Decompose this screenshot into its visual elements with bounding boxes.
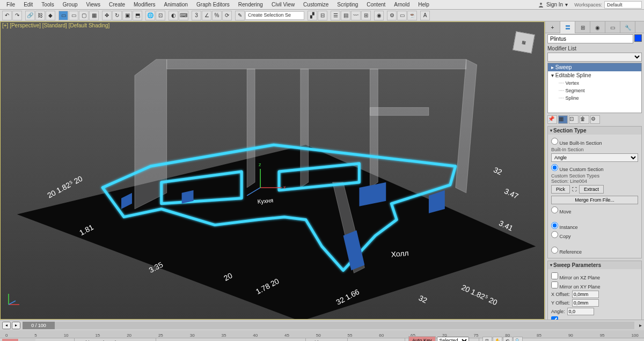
angle-snap-button[interactable]: ∠ (202, 11, 211, 20)
nav-pan-button[interactable]: ✋ (493, 337, 502, 342)
radio-custom[interactable]: Use Custom Section (551, 164, 638, 172)
radio-reference[interactable]: Reference (551, 247, 638, 255)
tab-modify[interactable] (560, 21, 575, 33)
object-color-swatch[interactable] (634, 34, 642, 42)
move-button[interactable]: ✥ (102, 11, 112, 20)
tab-hierarchy[interactable]: ⊞ (575, 21, 590, 33)
scroll-right-icon[interactable]: ▸ (636, 322, 644, 328)
menu-civilview[interactable]: Civil View (267, 1, 299, 9)
merge-file-button[interactable]: Merge From File... (551, 196, 638, 204)
modifier-stack[interactable]: Sweep Editable Spline Vertex Segment Spl… (547, 63, 642, 113)
menu-scripting[interactable]: Scripting (333, 1, 362, 9)
select-button[interactable]: ▭ (58, 11, 68, 20)
menu-group[interactable]: Group (58, 1, 82, 9)
placement-button[interactable]: ⬒ (133, 11, 142, 20)
next-key-button[interactable]: ▸ (12, 322, 20, 329)
viewport-label[interactable]: [+] [Perspective] [Standard] [Default Sh… (2, 23, 109, 28)
menu-create[interactable]: Create (105, 1, 129, 9)
time-slider[interactable]: ◂ ▸ 0 / 100 ▸ (0, 320, 644, 330)
schematic-view-button[interactable]: ⊞ (361, 11, 371, 20)
menu-edit[interactable]: Edit (19, 1, 37, 9)
keyboard-button[interactable]: ⌨ (179, 11, 188, 20)
select-region-button[interactable]: ▢ (79, 11, 89, 20)
layer-explorer-button[interactable]: ☰ (331, 11, 340, 20)
menu-animation[interactable]: Animation (160, 1, 192, 9)
viewcube[interactable]: ▦ (513, 31, 535, 54)
select-name-button[interactable]: ▭ (69, 11, 78, 20)
tab-utilities[interactable]: 🔧 (620, 21, 635, 33)
isolate-button[interactable]: ⊡ (482, 337, 492, 342)
toggle-ribbon-button[interactable]: ▤ (341, 11, 350, 20)
menu-views[interactable]: Views (82, 1, 105, 9)
scale-button[interactable]: ▣ (122, 11, 132, 20)
menu-content[interactable]: Content (362, 1, 390, 9)
mirror-button[interactable]: ▞ (308, 11, 317, 20)
menu-help[interactable]: Help (414, 1, 434, 9)
pin-stack-button[interactable]: 📌 (547, 115, 557, 124)
radio-builtin[interactable]: Use Built-In Section (551, 138, 638, 146)
snap-toggle-button[interactable]: 3 (192, 11, 201, 20)
menu-grapheditors[interactable]: Graph Editors (192, 1, 234, 9)
angle-spinner[interactable] (567, 308, 594, 315)
tab-display[interactable]: ▭ (605, 21, 620, 33)
check-mirror-xy[interactable]: Mirror on XY Plane (551, 281, 638, 290)
refcoord-button[interactable]: 🌐 (145, 11, 155, 20)
track-key-grey[interactable] (19, 339, 35, 341)
edit-selection-button[interactable]: ✎ (235, 11, 245, 20)
radio-move[interactable]: Move (551, 206, 638, 214)
material-editor-button[interactable]: ◉ (374, 11, 384, 20)
menu-tools[interactable]: Tools (37, 1, 58, 9)
render-button[interactable]: ☕ (407, 11, 417, 20)
stack-spline[interactable]: Spline (548, 94, 641, 102)
menu-rendering[interactable]: Rendering (234, 1, 267, 9)
check-mirror-xz[interactable]: Mirror on XZ Plane (551, 272, 638, 280)
make-unique-button[interactable]: ⊡ (569, 115, 579, 124)
undo-button[interactable]: ↶ (2, 11, 12, 20)
check-smooth-section[interactable]: Smooth Section (551, 316, 638, 320)
rotate-button[interactable]: ↻ (112, 11, 122, 20)
modifier-list-dropdown[interactable] (547, 53, 642, 62)
nav-zoom-button[interactable]: 🔍 (513, 337, 523, 342)
configure-sets-button[interactable]: ⚙ (590, 115, 600, 124)
curve-editor-button[interactable]: 〰 (351, 11, 361, 20)
object-name-field[interactable] (547, 34, 633, 43)
builtin-section-select[interactable]: Angle (551, 153, 638, 162)
spinner-snap-button[interactable]: ⟳ (222, 11, 232, 20)
redo-button[interactable]: ↷ (12, 11, 22, 20)
unlink-button[interactable]: ⛓ (35, 11, 45, 20)
render-setup-button[interactable]: ⚙ (387, 11, 397, 20)
extract-button[interactable]: Extract (579, 185, 604, 194)
axis-gizmo[interactable] (6, 291, 22, 308)
keymode-select[interactable]: Selected (437, 337, 469, 342)
stack-vertex[interactable]: Vertex (548, 79, 641, 87)
time-thumb[interactable]: 0 / 100 (23, 322, 55, 329)
stack-segment[interactable]: Segment (548, 87, 641, 94)
menu-customize[interactable]: Customize (299, 1, 333, 9)
autokey-button[interactable]: Auto Key (408, 336, 436, 342)
render-frame-button[interactable]: ▭ (397, 11, 407, 20)
menu-file[interactable]: File (2, 1, 19, 9)
radio-copy[interactable]: Copy (551, 231, 638, 239)
workspace-select[interactable]: Default (604, 1, 642, 9)
bind-button[interactable]: ◆ (46, 11, 55, 20)
pick-button[interactable]: Pick (551, 185, 570, 194)
pivot-button[interactable]: ⊡ (156, 11, 165, 20)
percent-snap-button[interactable]: % (212, 11, 222, 20)
manipulate-button[interactable]: ◐ (169, 11, 178, 20)
tab-motion[interactable]: ◉ (590, 21, 605, 33)
show-end-result-button[interactable]: ▦ (558, 115, 568, 124)
align-button[interactable]: ⊟ (318, 11, 327, 20)
menu-arnold[interactable]: Arnold (390, 1, 414, 9)
open-autodesk-button[interactable]: A (420, 11, 430, 20)
link-button[interactable]: 🔗 (25, 11, 35, 20)
tab-create[interactable]: + (545, 21, 560, 33)
stack-sweep[interactable]: Sweep (548, 63, 641, 71)
nav-orbit-button[interactable]: ⟲ (503, 337, 513, 342)
rollout-section-type-header[interactable]: Section Type (548, 127, 641, 135)
stack-editable-spline[interactable]: Editable Spline (548, 71, 641, 79)
xoffset-spinner[interactable] (572, 291, 599, 298)
radio-instance[interactable]: Instance (551, 222, 638, 230)
viewport-perspective[interactable]: 20 1.82⁵ 20 1.81 3.35 20 1.78 20 32 1.66… (0, 21, 545, 320)
rollout-sweep-header[interactable]: Sweep Parameters (548, 261, 641, 269)
track-key-red[interactable] (2, 339, 18, 341)
